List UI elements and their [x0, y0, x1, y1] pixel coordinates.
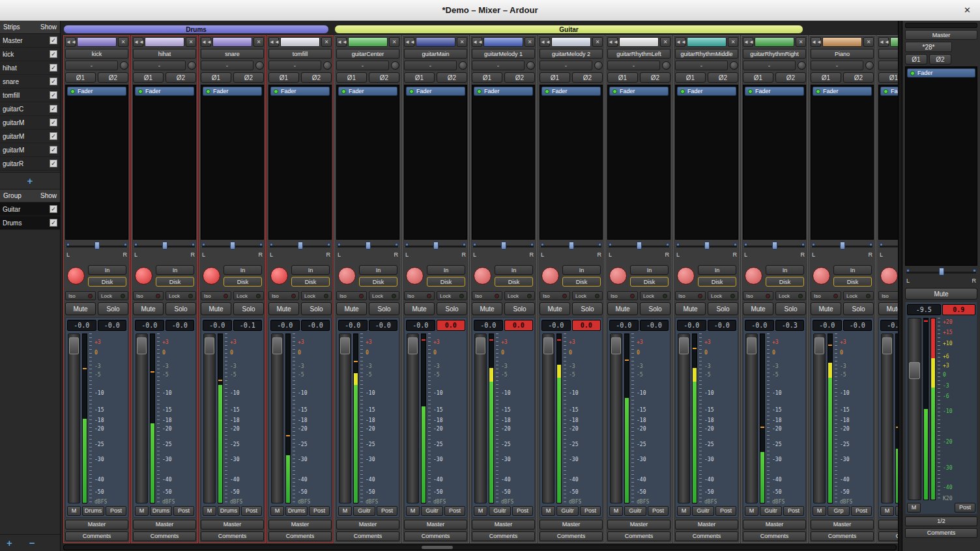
fader-handle[interactable] — [882, 337, 892, 354]
fader-handle[interactable] — [814, 337, 824, 354]
metering-point-button[interactable]: M — [135, 506, 149, 516]
solo-lock-button[interactable]: Lock — [775, 291, 806, 300]
trim-knob[interactable] — [798, 61, 806, 70]
pan-handle[interactable] — [501, 242, 506, 249]
output-button[interactable]: Master — [743, 520, 806, 530]
solo-isolate-button[interactable]: Iso — [336, 291, 367, 300]
input-button[interactable]: - — [133, 61, 186, 70]
comments-button[interactable]: Comments — [811, 531, 874, 541]
monitor-input-button[interactable]: In — [766, 265, 804, 275]
comments-button[interactable]: Comments — [743, 531, 806, 541]
phase-1-button[interactable]: Ø1 — [540, 72, 570, 83]
input-button[interactable]: - — [811, 61, 863, 70]
pan-handle[interactable] — [433, 242, 439, 249]
sidebar-group-item[interactable]: Drums✓ — [0, 216, 60, 230]
fader-processor[interactable]: Fader — [135, 87, 194, 96]
solo-lock-button[interactable]: Lock — [640, 291, 670, 300]
master-fader-handle[interactable] — [909, 362, 920, 379]
strip-narrow-icon[interactable]: ◄◄ — [268, 37, 279, 47]
strip-narrow-icon[interactable]: ◄◄ — [540, 37, 550, 47]
input-button[interactable]: - — [472, 61, 525, 70]
solo-isolate-button[interactable]: Iso — [268, 291, 299, 300]
phase-2-button[interactable]: Ø2 — [166, 72, 196, 83]
master-phase-2-button[interactable]: Ø2 — [929, 54, 951, 64]
monitor-disk-button[interactable]: Disk — [630, 277, 669, 287]
comments-button[interactable]: Comments — [607, 531, 670, 541]
solo-button[interactable]: Solo — [98, 302, 128, 315]
record-arm-button[interactable] — [270, 267, 288, 285]
fader-slider[interactable] — [271, 333, 283, 503]
level-meter[interactable] — [285, 333, 291, 503]
level-meter[interactable] — [353, 333, 358, 503]
gain-display[interactable]: -0.0 — [203, 320, 232, 331]
solo-button[interactable]: Solo — [504, 302, 535, 315]
gain-display[interactable]: -0.0 — [474, 320, 503, 331]
gain-display[interactable]: -0.0 — [745, 320, 774, 331]
solo-lock-button[interactable]: Lock — [98, 291, 128, 300]
strip-narrow-icon[interactable]: ◄◄ — [201, 37, 211, 47]
monitor-input-button[interactable]: In — [833, 265, 872, 275]
gain-display[interactable]: -0.0 — [135, 320, 164, 331]
solo-isolate-button[interactable]: Iso — [675, 291, 706, 300]
monitor-disk-button[interactable]: Disk — [562, 277, 601, 287]
fader-processor[interactable]: Fader — [677, 87, 736, 96]
gain-display[interactable]: -0.0 — [609, 320, 639, 331]
pan-slider[interactable] — [541, 242, 601, 250]
comments-button[interactable]: Comments — [133, 531, 196, 541]
monitor-input-button[interactable]: In — [291, 265, 330, 275]
mute-button[interactable]: Mute — [65, 302, 96, 315]
pan-handle[interactable] — [366, 242, 371, 249]
monitor-disk-button[interactable]: Disk — [766, 277, 804, 287]
horizontal-scrollbar-handle[interactable] — [422, 546, 453, 549]
fader-slider[interactable] — [542, 333, 555, 503]
metering-point-button[interactable]: M — [609, 506, 623, 516]
pan-slider[interactable] — [744, 242, 805, 250]
trim-knob[interactable] — [255, 61, 264, 70]
master-gain-display[interactable]: -9.5 — [907, 304, 941, 315]
fader-slider[interactable] — [339, 333, 351, 503]
mute-button[interactable]: Mute — [811, 302, 841, 315]
fader-slider[interactable] — [610, 333, 622, 503]
strip-visible-checkbox[interactable]: ✓ — [50, 50, 57, 58]
sidebar-strip-item[interactable]: guitarM✓ — [0, 116, 60, 130]
fader-slider[interactable] — [474, 333, 487, 503]
phase-1-button[interactable]: Ø1 — [268, 72, 299, 83]
record-arm-button[interactable] — [474, 267, 491, 285]
phase-1-button[interactable]: Ø1 — [811, 72, 841, 83]
group-tab[interactable]: Guitar — [334, 25, 803, 34]
strip-close-icon[interactable]: ✕ — [321, 37, 332, 47]
monitor-disk-button[interactable]: Disk — [88, 277, 126, 287]
fader-handle[interactable] — [205, 337, 214, 354]
mute-button[interactable]: Mute — [404, 302, 435, 315]
trim-knob[interactable] — [865, 61, 874, 70]
master-io-button[interactable]: *28* — [905, 42, 952, 52]
horizontal-scrollbar[interactable] — [63, 544, 897, 550]
comments-button[interactable]: Comments — [472, 531, 535, 541]
group-button[interactable]: Guitr — [556, 506, 579, 516]
record-arm-button[interactable] — [880, 267, 898, 285]
solo-button[interactable]: Solo — [233, 302, 264, 315]
processor-box[interactable]: Fader — [133, 85, 196, 240]
monitor-disk-button[interactable]: Disk — [495, 277, 533, 287]
meter-point-button[interactable]: Post — [851, 506, 872, 516]
mute-button[interactable]: Mute — [336, 302, 367, 315]
master-pan-handle[interactable] — [939, 268, 944, 276]
solo-lock-button[interactable]: Lock — [572, 291, 603, 300]
strip-name-button[interactable]: guitarRhythmRight — [743, 49, 806, 59]
processor-box[interactable]: Fader — [268, 85, 332, 240]
strip-narrow-icon[interactable]: ◄◄ — [743, 37, 753, 47]
mute-button[interactable]: Mute — [743, 302, 773, 315]
processor-active-led[interactable] — [70, 89, 75, 94]
metering-point-button[interactable]: M — [406, 506, 420, 516]
monitor-disk-button[interactable]: Disk — [156, 277, 194, 287]
pan-slider[interactable] — [812, 242, 872, 250]
comments-button[interactable]: Comments — [878, 531, 898, 541]
monitor-input-button[interactable]: In — [427, 265, 465, 275]
input-button[interactable]: - — [201, 61, 253, 70]
strip-narrow-icon[interactable]: ◄◄ — [472, 37, 482, 47]
meter-point-button[interactable]: Post — [715, 506, 736, 516]
strip-visible-checkbox[interactable]: ✓ — [50, 146, 57, 154]
strip-close-icon[interactable]: ✕ — [592, 37, 603, 47]
meter-point-button[interactable]: Post — [444, 506, 465, 516]
fader-slider[interactable] — [203, 333, 216, 503]
